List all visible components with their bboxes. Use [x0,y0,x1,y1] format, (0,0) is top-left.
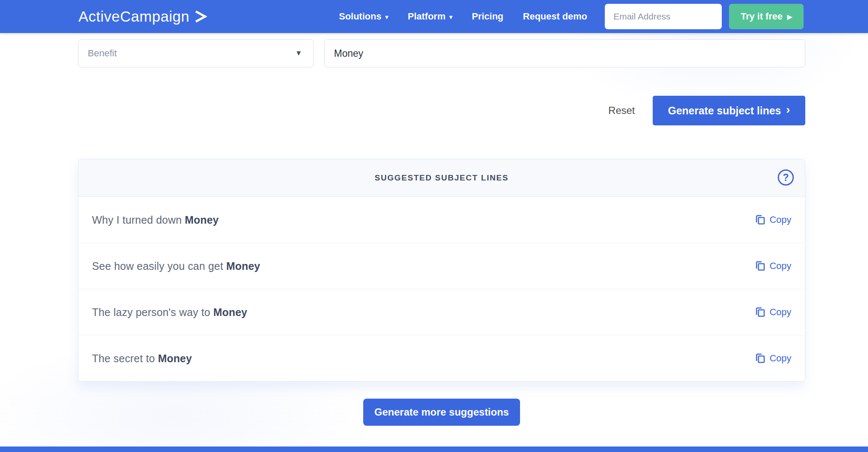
nav-label: Platform [408,11,445,22]
subject-keyword: Money [185,214,219,226]
subject-line-row: See how easily you can get Money Copy [78,243,805,289]
subject-line-text: The secret to Money [92,352,192,365]
copy-button[interactable]: Copy [755,307,791,318]
copy-label: Copy [770,261,791,272]
play-arrow-icon: ▶ [787,13,792,21]
nav-item-solutions[interactable]: Solutions ▾ [339,11,388,22]
subject-line-text: See how easily you can get Money [92,260,260,272]
copy-label: Copy [770,307,791,318]
subject-prefix: Why I turned down [92,214,185,226]
generate-more-suggestions-button[interactable]: Generate more suggestions [363,399,520,426]
main-nav: Solutions ▾ Platform ▾ Pricing Request d… [339,11,587,22]
footer-top-strip [0,446,868,452]
chevron-down-icon: ▾ [385,14,388,20]
chevron-down-icon: ▼ [295,49,302,58]
chevron-right-icon: › [786,103,790,116]
subject-line-row: The lazy person's way to Money Copy [78,289,805,335]
suggested-subject-lines-panel: SUGGESTED SUBJECT LINES ? Why I turned d… [78,159,805,382]
subject-line-row: Why I turned down Money Copy [78,197,805,243]
subject-keyword: Money [226,260,260,272]
nav-label: Pricing [472,11,504,22]
subject-line-text: The lazy person's way to Money [92,306,247,319]
category-select-value: Benefit [88,48,117,59]
subject-line-row: The secret to Money Copy [78,335,805,381]
copy-icon [755,353,765,364]
nav-label: Solutions [339,11,381,22]
keyword-input[interactable] [324,39,805,67]
subject-prefix: The lazy person's way to [92,306,213,318]
panel-header: SUGGESTED SUBJECT LINES ? [78,159,805,197]
nav-label: Request demo [523,11,587,22]
nav-item-request-demo[interactable]: Request demo [523,11,587,22]
copy-button[interactable]: Copy [755,261,791,272]
email-input[interactable] [605,4,722,29]
more-suggestions-area: Generate more suggestions [78,399,805,426]
subject-prefix: The secret to [92,352,158,364]
try-it-free-label: Try it free [740,11,782,22]
chevron-down-icon: ▾ [449,14,452,20]
reset-button[interactable]: Reset [608,105,635,116]
copy-label: Copy [770,214,791,225]
generator-form: Benefit ▼ [78,39,805,67]
copy-icon [755,307,765,318]
logo-text: ActiveCampaign [78,8,189,25]
subject-keyword: Money [158,352,192,364]
help-icon[interactable]: ? [778,169,794,186]
generate-label: Generate subject lines [668,105,781,117]
copy-icon [755,214,765,225]
panel-title: SUGGESTED SUBJECT LINES [375,173,509,183]
top-navbar: ActiveCampaign Solutions ▾ Platform ▾ Pr… [0,0,868,33]
copy-icon [755,261,765,272]
copy-button[interactable]: Copy [755,353,791,364]
copy-label: Copy [770,353,791,364]
subject-prefix: See how easily you can get [92,260,226,272]
subject-keyword: Money [213,306,247,318]
category-select[interactable]: Benefit ▼ [78,39,314,67]
generate-subject-lines-button[interactable]: Generate subject lines › [653,96,805,125]
copy-button[interactable]: Copy [755,214,791,225]
nav-item-pricing[interactable]: Pricing [472,11,504,22]
activecampaign-logo[interactable]: ActiveCampaign [78,8,208,25]
form-actions: Reset Generate subject lines › [78,96,805,125]
subject-line-generator: Benefit ▼ Reset Generate subject lines ›… [78,39,805,426]
logo-arrow-icon [194,10,208,25]
question-mark: ? [783,172,789,183]
subject-line-text: Why I turned down Money [92,214,219,226]
nav-item-platform[interactable]: Platform ▾ [408,11,452,22]
try-it-free-button[interactable]: Try it free ▶ [729,4,804,29]
